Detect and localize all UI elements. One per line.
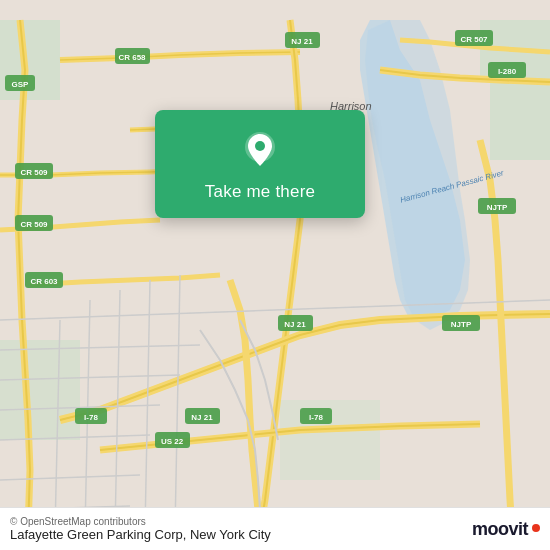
svg-text:NJTP: NJTP [487,203,508,212]
moovit-logo: moovit [472,519,540,540]
copyright-text: © OpenStreetMap contributors [10,516,271,527]
map-container: GSP CR 658 NJ 21 CR 507 I-280 CR 508 CR … [0,0,550,550]
svg-text:CR 603: CR 603 [30,277,58,286]
svg-text:I-280: I-280 [498,67,517,76]
svg-point-41 [255,141,265,151]
svg-text:CR 509: CR 509 [20,168,48,177]
bottom-left-info: © OpenStreetMap contributors Lafayette G… [10,516,271,542]
svg-text:I-78: I-78 [309,413,323,422]
map-svg: GSP CR 658 NJ 21 CR 507 I-280 CR 508 CR … [0,0,550,550]
svg-text:GSP: GSP [12,80,30,89]
bottom-bar: © OpenStreetMap contributors Lafayette G… [0,507,550,550]
moovit-dot-icon [532,524,540,532]
svg-text:US 22: US 22 [161,437,184,446]
moovit-logo-text: moovit [472,519,528,540]
svg-text:NJ 21: NJ 21 [284,320,306,329]
location-pin-icon [238,128,282,172]
svg-text:NJ 21: NJ 21 [291,37,313,46]
svg-rect-4 [0,340,80,440]
svg-text:CR 507: CR 507 [460,35,488,44]
svg-text:CR 658: CR 658 [118,53,146,62]
take-me-there-button[interactable]: Take me there [205,182,315,202]
svg-text:CR 509: CR 509 [20,220,48,229]
location-title: Lafayette Green Parking Corp, New York C… [10,527,271,542]
svg-text:NJ 21: NJ 21 [191,413,213,422]
svg-text:NJTP: NJTP [451,320,472,329]
svg-rect-3 [490,80,550,160]
location-card: Take me there [155,110,365,218]
svg-text:I-78: I-78 [84,413,98,422]
